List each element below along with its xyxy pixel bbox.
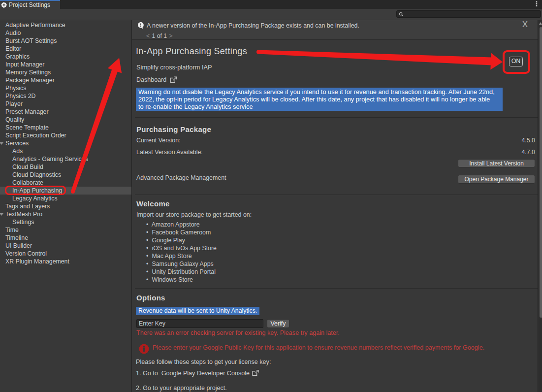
main-panel: A newer version of the In-App Purchasing… (132, 20, 538, 392)
sidebar-item[interactable]: Burst AOT Settings (0, 37, 131, 45)
store-list-item: • Facebook Gameroom (146, 229, 217, 236)
external-link-icon (252, 369, 259, 376)
console-message-icon (137, 22, 144, 30)
notification-close-button[interactable]: X (522, 20, 528, 30)
sidebar-item[interactable]: Preset Manager (0, 108, 131, 116)
sidebar-item[interactable]: Input Manager (0, 61, 131, 68)
bullet-icon: • (146, 268, 150, 276)
sidebar-item[interactable]: Cloud Build (0, 163, 131, 171)
section-divider (135, 288, 538, 289)
notification-bar: A newer version of the In-App Purchasing… (132, 20, 538, 40)
sidebar-item[interactable]: Physics (0, 84, 131, 92)
google-play-console-link[interactable]: Google Play Developer Console (161, 370, 250, 377)
store-list-item: • Windows Store (146, 276, 217, 284)
pager-label: 1 of 1 (152, 33, 167, 39)
sidebar-item[interactable]: In-App Purchasing (0, 187, 131, 195)
page-title: In-App Purchasing Settings (136, 46, 247, 57)
welcome-intro: Import our store package to get started … (136, 211, 252, 218)
store-list-item: • iOS and tvOs App Store (146, 244, 217, 252)
store-list: • Amazon Appstore • Facebook Gameroom • … (146, 221, 217, 284)
current-version-value: 4.5.0 (521, 137, 535, 144)
options-heading: Options (136, 294, 165, 302)
open-package-manager-button[interactable]: Open Package Manager (458, 175, 535, 184)
bullet-icon: • (146, 244, 150, 252)
bullet-icon: • (146, 221, 150, 229)
store-list-item: • Google Play (146, 236, 217, 244)
notification-text: A newer version of the In-App Purchasing… (147, 22, 359, 29)
bullet-icon: • (146, 252, 150, 260)
external-link-icon (170, 76, 177, 83)
sidebar-item[interactable]: Scene Template (0, 124, 131, 131)
sidebar-item[interactable]: Timeline (0, 234, 131, 242)
bullet-icon: • (146, 236, 150, 244)
license-step-1: 1. Go to Google Play Developer Console (136, 370, 259, 377)
foldout-caret-icon[interactable] (0, 213, 3, 216)
sidebar-item[interactable]: Services (0, 139, 131, 147)
sidebar-item[interactable]: Version Control (0, 250, 131, 258)
welcome-heading: Welcome (136, 199, 170, 208)
foldout-caret-icon[interactable] (0, 142, 3, 145)
sidebar-item[interactable]: Legacy Analytics (0, 195, 131, 202)
pager-prev-button[interactable]: < (146, 33, 150, 39)
scrollbar-thumb[interactable] (540, 27, 542, 318)
tab-title: Project Settings (9, 1, 50, 8)
server-error-text: There was an error checking server for e… (136, 329, 340, 336)
sidebar-item[interactable]: Tags and Layers (0, 202, 131, 210)
sidebar-item[interactable]: Cloud Diagnostics (0, 171, 131, 179)
sidebar-item[interactable]: XR Plugin Management (0, 258, 131, 265)
sidebar-item[interactable]: Analytics - Gaming Services (0, 155, 131, 163)
search-input[interactable] (404, 11, 537, 17)
annotation-box-on (503, 50, 530, 74)
legacy-analytics-warning: Warning do not disable the Legacy Analyt… (136, 88, 503, 111)
sidebar-item[interactable]: Package Manager (0, 76, 131, 84)
tab-bar: Project Settings (0, 0, 542, 9)
latest-version-label: Latest Version Available: (136, 149, 203, 156)
sidebar-item[interactable]: Player (0, 100, 131, 108)
sidebar-item[interactable]: TextMesh Pro (0, 210, 131, 218)
tab-project-settings[interactable]: Project Settings (0, 0, 60, 9)
license-steps-intro: Please follow these steps to get your li… (136, 359, 271, 365)
sidebar-item[interactable]: Editor (0, 45, 131, 53)
error-info-icon (139, 344, 149, 354)
verify-button[interactable]: Verify (267, 319, 289, 328)
gear-icon (0, 1, 7, 8)
advanced-package-management-label: Advanced Package Management (136, 174, 226, 181)
sidebar-item[interactable]: Script Execution Order (0, 131, 131, 139)
store-list-item: • Mac App Store (146, 252, 217, 260)
section-divider (135, 117, 538, 118)
simplify-iap-label: Simplify cross-platform IAP (136, 64, 212, 71)
store-list-item: • Samsung Galaxy Apps (146, 260, 217, 268)
bullet-icon: • (146, 229, 150, 236)
sidebar-item[interactable]: Physics 2D (0, 92, 131, 100)
latest-version-value: 4.7.0 (521, 149, 535, 156)
pager-next-button[interactable]: > (169, 33, 172, 39)
analytics-revenue-notice: Revenue data will be sent to Unity Analy… (136, 307, 259, 315)
sidebar-item[interactable]: Audio (0, 29, 131, 37)
sidebar-item[interactable]: Ads (0, 147, 131, 155)
search-box[interactable] (396, 10, 541, 18)
purchasing-package-heading: Purchasing Package (136, 125, 211, 133)
license-step-2: 2. Go to your appropriate project. (136, 385, 227, 392)
scrollbar[interactable] (538, 20, 542, 392)
current-version-label: Current Version: (136, 137, 181, 144)
dashboard-label: Dashboard (136, 76, 166, 83)
google-key-input[interactable] (136, 319, 263, 328)
settings-category-list: Adaptive Performance Audio Burst AOT Set… (0, 20, 131, 392)
dashboard-link[interactable]: Dashboard (136, 76, 177, 83)
sidebar-item[interactable]: Graphics (0, 53, 131, 61)
kebab-menu-icon[interactable] (535, 1, 539, 7)
sidebar-item[interactable]: Quality (0, 116, 131, 124)
sidebar-item[interactable]: Memory Settings (0, 68, 131, 76)
section-divider (135, 195, 538, 195)
sidebar-item[interactable]: Time (0, 226, 131, 234)
sidebar-item[interactable]: Settings (0, 218, 131, 226)
sidebar-item[interactable]: Collaborate (0, 179, 131, 187)
sidebar-item[interactable]: Adaptive Performance (0, 21, 131, 29)
notification-pager: < 1 of 1 > (146, 33, 173, 39)
sidebar-item[interactable]: UI Builder (0, 242, 131, 250)
google-key-error-text: Please enter your Google Public Key for … (153, 344, 484, 351)
scrollbar-up-arrow-icon[interactable] (539, 22, 542, 25)
install-latest-version-button[interactable]: Install Latest Version (458, 159, 535, 167)
store-list-item: • Unity Distribution Portal (146, 268, 217, 276)
toolbar (0, 9, 542, 20)
